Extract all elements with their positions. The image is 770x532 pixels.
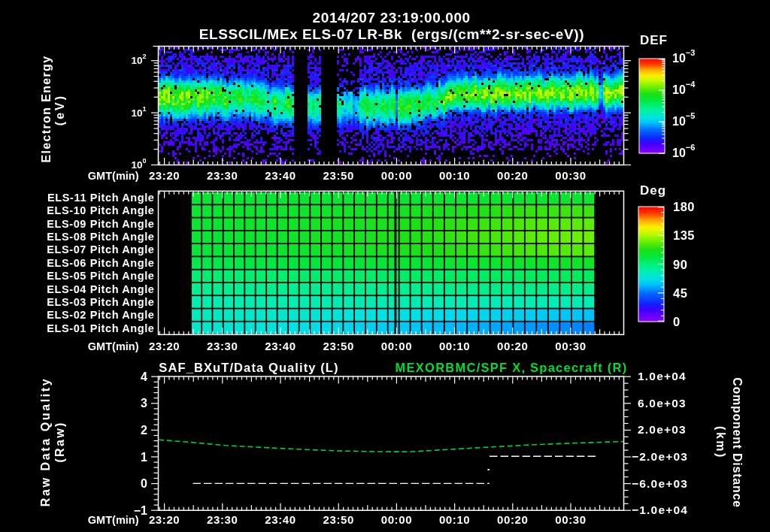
svg-text:4: 4 (141, 370, 147, 383)
svg-text:Deg: Deg (640, 183, 666, 198)
svg-text:ELS-06 Pitch Angle: ELS-06 Pitch Angle (47, 257, 154, 269)
svg-text:10−4: 10−4 (672, 80, 696, 96)
svg-text:00:10: 00:10 (439, 169, 470, 182)
svg-text:3: 3 (141, 397, 147, 410)
svg-text:23:30: 23:30 (207, 340, 238, 352)
svg-text:00:10: 00:10 (439, 340, 470, 352)
svg-text:0: 0 (141, 477, 147, 490)
svg-text:23:50: 23:50 (323, 513, 354, 526)
svg-text:DEF: DEF (640, 33, 668, 47)
svg-text:00:00: 00:00 (381, 169, 412, 182)
svg-text:23:20: 23:20 (149, 513, 180, 526)
svg-text:2.0e+03: 2.0e+03 (638, 423, 687, 436)
svg-text:ELS-08 Pitch Angle: ELS-08 Pitch Angle (47, 231, 154, 243)
svg-text:2014/207 23:19:00.000: 2014/207 23:19:00.000 (313, 10, 471, 26)
svg-text:ELS-09 Pitch Angle: ELS-09 Pitch Angle (47, 218, 154, 230)
svg-text:23:30: 23:30 (207, 169, 238, 182)
svg-text:10−3: 10−3 (672, 48, 695, 65)
svg-text:ELSSCIL/MEx ELS-07 LR-Bk (erg: ELSSCIL/MEx ELS-07 LR-Bk (ergs/(cm**2-sr… (199, 26, 584, 42)
svg-text:ELS-05 Pitch Angle: ELS-05 Pitch Angle (47, 270, 154, 282)
svg-text:GMT(min): GMT(min) (88, 170, 139, 182)
svg-text:102: 102 (131, 53, 146, 66)
svg-text:0: 0 (673, 315, 681, 328)
svg-text:−1: −1 (134, 504, 147, 517)
svg-text:ELS-04 Pitch Angle: ELS-04 Pitch Angle (47, 283, 154, 295)
svg-text:135: 135 (673, 228, 695, 242)
svg-text:23:50: 23:50 (323, 169, 354, 182)
svg-text:−1.0e+04: −1.0e+04 (632, 503, 688, 516)
svg-text:23:30: 23:30 (207, 513, 238, 526)
svg-text:SAF_BXuT/Data Quality (L): SAF_BXuT/Data Quality (L) (159, 361, 338, 374)
svg-text:1: 1 (141, 451, 147, 464)
svg-text:23:20: 23:20 (149, 169, 180, 182)
svg-text:00:20: 00:20 (497, 169, 528, 182)
svg-text:10−6: 10−6 (672, 143, 695, 159)
svg-text:10−5: 10−5 (672, 111, 695, 128)
svg-text:00:00: 00:00 (381, 340, 412, 352)
svg-text:00:20: 00:20 (497, 513, 528, 526)
svg-text:6.0e+03: 6.0e+03 (638, 397, 687, 410)
svg-text:23:50: 23:50 (323, 340, 354, 352)
svg-text:101: 101 (131, 105, 146, 119)
svg-text:100: 100 (131, 157, 146, 171)
svg-text:GMT(min): GMT(min) (88, 340, 139, 352)
svg-text:(eV): (eV) (53, 94, 66, 125)
svg-text:45: 45 (673, 286, 687, 300)
svg-text:ELS-11 Pitch Angle: ELS-11 Pitch Angle (47, 192, 154, 204)
svg-text:GMT(min): GMT(min) (88, 514, 139, 526)
svg-text:23:40: 23:40 (265, 340, 296, 352)
svg-text:ELS-02 Pitch Angle: ELS-02 Pitch Angle (47, 309, 154, 321)
svg-text:Component Distance: Component Distance (731, 377, 744, 508)
svg-text:ELS-07 Pitch Angle: ELS-07 Pitch Angle (47, 243, 154, 255)
svg-text:23:40: 23:40 (265, 513, 296, 526)
svg-text:(Raw): (Raw) (53, 421, 66, 462)
svg-text:00:00: 00:00 (381, 513, 412, 526)
svg-text:Raw Data Quality: Raw Data Quality (39, 377, 52, 506)
svg-text:23:40: 23:40 (265, 169, 296, 182)
svg-text:(km): (km) (714, 426, 727, 459)
svg-text:180: 180 (673, 200, 695, 213)
svg-text:−2.0e+03: −2.0e+03 (632, 450, 688, 463)
svg-text:MEXORBMC/SPF X, Spacecraft (R): MEXORBMC/SPF X, Spacecraft (R) (396, 361, 628, 374)
svg-text:00:30: 00:30 (555, 169, 586, 182)
svg-text:00:20: 00:20 (497, 340, 528, 352)
svg-text:Electron Energy: Electron Energy (40, 56, 53, 163)
svg-text:00:30: 00:30 (555, 340, 586, 352)
svg-text:1.0e+04: 1.0e+04 (638, 370, 687, 382)
svg-text:00:10: 00:10 (439, 513, 470, 526)
svg-text:23:20: 23:20 (149, 340, 180, 352)
svg-text:ELS-03 Pitch Angle: ELS-03 Pitch Angle (47, 296, 154, 308)
svg-text:−6.0e+03: −6.0e+03 (632, 477, 688, 490)
svg-text:00:30: 00:30 (555, 513, 586, 526)
svg-text:ELS-01 Pitch Angle: ELS-01 Pitch Angle (47, 322, 154, 334)
svg-text:ELS-10 Pitch Angle: ELS-10 Pitch Angle (47, 204, 154, 216)
svg-text:2: 2 (141, 424, 147, 437)
svg-text:90: 90 (673, 258, 687, 271)
